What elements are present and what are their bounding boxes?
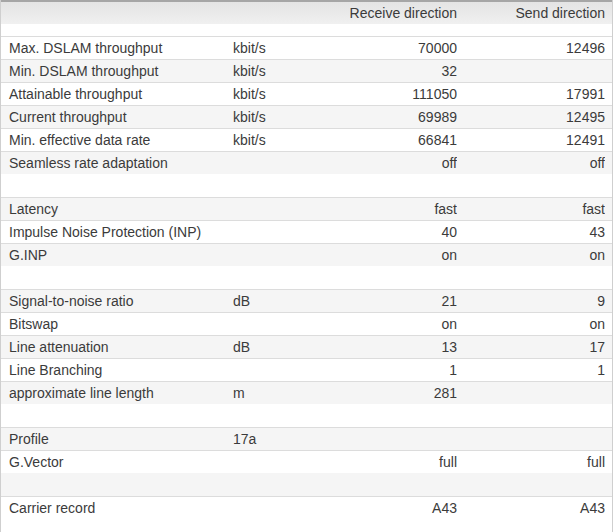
param-unit (225, 244, 325, 266)
receive-value: 66841 (325, 129, 457, 151)
table-row: Seamless rate adaptation off off (1, 151, 612, 174)
param-unit (225, 174, 325, 197)
table-row: Current throughput kbit/s 69989 12495 (1, 105, 612, 128)
receive-value: on (325, 313, 457, 335)
receive-value: 32 (325, 60, 457, 82)
param-label: Seamless rate adaptation (1, 152, 225, 174)
receive-value: 70000 (325, 37, 457, 59)
table-row-blank (1, 404, 612, 427)
param-label: Latency (1, 198, 225, 220)
param-unit: kbit/s (225, 83, 325, 105)
table-row: Line attenuation dB 13 17 (1, 335, 612, 358)
param-label (1, 473, 225, 496)
send-value (457, 473, 605, 496)
receive-value (325, 473, 457, 496)
send-value (457, 382, 605, 404)
receive-value: 69989 (325, 106, 457, 128)
send-value: 9 (457, 290, 605, 312)
table-row: Profile 17a (1, 427, 612, 450)
table-row: G.Vector full full (1, 450, 612, 473)
table-row: approximate line length m 281 (1, 381, 612, 404)
param-label: Max. DSLAM throughput (1, 37, 225, 59)
send-value: 43 (457, 221, 605, 243)
send-value: 12491 (457, 129, 605, 151)
param-label: Line attenuation (1, 336, 225, 358)
send-value: 17 (457, 336, 605, 358)
receive-value (325, 404, 457, 427)
param-unit (225, 359, 325, 381)
send-value: 12495 (457, 106, 605, 128)
receive-value: 13 (325, 336, 457, 358)
param-label (1, 404, 225, 427)
receive-value: A43 (325, 497, 457, 519)
param-unit: kbit/s (225, 60, 325, 82)
param-label: Line Branching (1, 359, 225, 381)
table-row: Signal-to-noise ratio dB 21 9 (1, 289, 612, 312)
receive-value: off (325, 152, 457, 174)
param-unit: kbit/s (225, 106, 325, 128)
dsl-information-table: Receive direction Send direction Max. DS… (0, 0, 613, 532)
table-row-blank (1, 266, 612, 289)
param-label: G.INP (1, 244, 225, 266)
param-label: Bitswap (1, 313, 225, 335)
receive-value: on (325, 244, 457, 266)
param-unit (225, 266, 325, 289)
column-header-receive: Receive direction (325, 1, 457, 25)
param-unit (225, 404, 325, 427)
receive-value: full (325, 451, 457, 473)
param-unit: kbit/s (225, 37, 325, 59)
table-row: G.INP on on (1, 243, 612, 266)
table-row: Attainable throughput kbit/s 111050 1799… (1, 82, 612, 105)
param-label (1, 266, 225, 289)
send-value: 1 (457, 359, 605, 381)
send-value: 12496 (457, 37, 605, 59)
receive-value: fast (325, 198, 457, 220)
send-value: 17991 (457, 83, 605, 105)
table-row: Carrier record A43 A43 (1, 496, 612, 519)
param-unit (225, 497, 325, 519)
param-unit (225, 313, 325, 335)
send-value: off (457, 152, 605, 174)
send-value (457, 404, 605, 427)
receive-value: 21 (325, 290, 457, 312)
param-unit (225, 221, 325, 243)
table-body: Max. DSLAM throughput kbit/s 70000 12496… (1, 36, 612, 519)
send-value: A43 (457, 497, 605, 519)
header-spacer (1, 24, 612, 36)
receive-value: 111050 (325, 83, 457, 105)
receive-value: 1 (325, 359, 457, 381)
receive-value (325, 266, 457, 289)
param-label: Current throughput (1, 106, 225, 128)
param-label: G.Vector (1, 451, 225, 473)
param-label: Impulse Noise Protection (INP) (1, 221, 225, 243)
receive-value: 281 (325, 382, 457, 404)
send-value (457, 266, 605, 289)
param-label: approximate line length (1, 382, 225, 404)
send-value: on (457, 244, 605, 266)
send-value: full (457, 451, 605, 473)
param-unit: kbit/s (225, 129, 325, 151)
send-value: fast (457, 198, 605, 220)
param-label: Profile (1, 428, 225, 450)
table-row: Max. DSLAM throughput kbit/s 70000 12496 (1, 36, 612, 59)
send-value (457, 174, 605, 197)
param-label (1, 174, 225, 197)
table-row: Min. DSLAM throughput kbit/s 32 (1, 59, 612, 82)
table-row: Bitswap on on (1, 312, 612, 335)
column-header-send: Send direction (457, 1, 605, 25)
param-unit: 17a (225, 428, 325, 450)
table-row: Latency fast fast (1, 197, 612, 220)
receive-value: 40 (325, 221, 457, 243)
param-unit (225, 473, 325, 496)
param-label: Carrier record (1, 497, 225, 519)
param-label: Attainable throughput (1, 83, 225, 105)
table-header: Receive direction Send direction (1, 0, 612, 24)
param-label: Min. DSLAM throughput (1, 60, 225, 82)
send-value (457, 428, 605, 450)
table-row-blank (1, 473, 612, 496)
send-value: on (457, 313, 605, 335)
param-unit (225, 198, 325, 220)
receive-value (325, 174, 457, 197)
table-row-blank (1, 174, 612, 197)
table-row: Impulse Noise Protection (INP) 40 43 (1, 220, 612, 243)
